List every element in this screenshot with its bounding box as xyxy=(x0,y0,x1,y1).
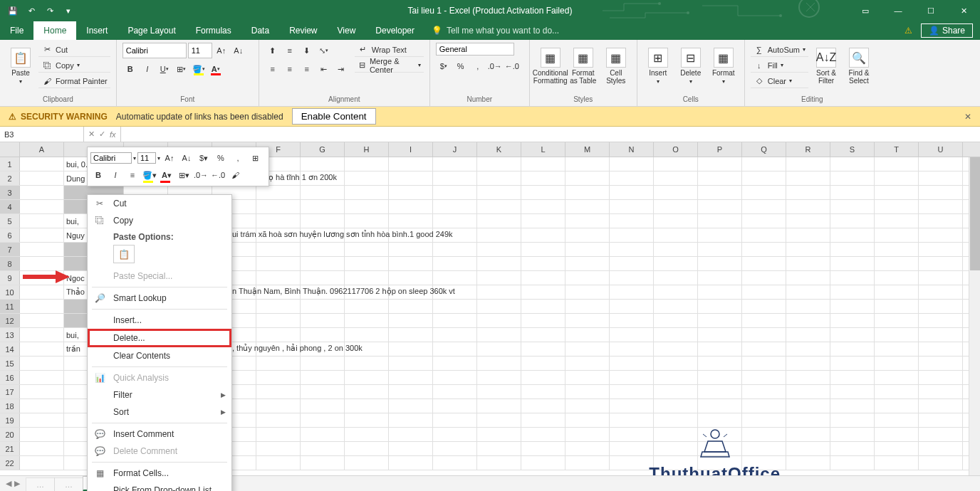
cell[interactable] xyxy=(565,342,610,356)
cell[interactable] xyxy=(786,428,830,441)
column-header[interactable]: T xyxy=(875,142,919,157)
orientation-icon[interactable]: ⤡▾ xyxy=(316,43,332,58)
cell[interactable] xyxy=(433,214,477,228)
cell[interactable] xyxy=(654,300,698,313)
cell[interactable] xyxy=(786,456,830,470)
align-center-icon[interactable]: ≡ xyxy=(282,61,298,77)
cell[interactable] xyxy=(742,328,786,342)
mini-fill-color-icon[interactable]: 🪣▾ xyxy=(142,167,157,183)
cell[interactable] xyxy=(742,314,786,327)
cell[interactable] xyxy=(698,300,742,313)
column-header[interactable]: G xyxy=(301,142,345,157)
cell[interactable] xyxy=(345,200,389,213)
cell[interactable] xyxy=(919,442,963,455)
cell[interactable] xyxy=(521,399,565,413)
cell[interactable] xyxy=(256,200,301,213)
cell[interactable] xyxy=(786,314,830,327)
delete-cells-button[interactable]: ⊟Delete▾ xyxy=(676,43,706,90)
row-header[interactable]: 16 xyxy=(0,371,20,384)
maximize-icon[interactable]: ☐ xyxy=(914,0,947,21)
cell[interactable] xyxy=(742,342,786,356)
cell[interactable] xyxy=(919,228,963,242)
column-header[interactable]: Q xyxy=(742,142,786,157)
align-left-icon[interactable]: ≡ xyxy=(265,61,281,77)
format-as-table-button[interactable]: ▦Format as Table xyxy=(568,43,598,90)
row-header[interactable]: 4 xyxy=(0,200,20,213)
cell[interactable] xyxy=(477,328,521,342)
cell[interactable] xyxy=(389,371,433,384)
ctx-sort[interactable]: Sort▶ xyxy=(88,403,231,421)
cell[interactable] xyxy=(830,157,875,171)
underline-button[interactable]: U▾ xyxy=(157,61,172,77)
cell[interactable] xyxy=(919,171,963,185)
row-header[interactable]: 9 xyxy=(0,271,20,285)
decrease-indent-icon[interactable]: ⇤ xyxy=(316,61,332,77)
cell[interactable] xyxy=(477,456,521,470)
fx-icon[interactable]: fx xyxy=(110,130,116,139)
cell[interactable] xyxy=(565,200,610,213)
cell[interactable] xyxy=(610,186,654,199)
cell[interactable] xyxy=(565,371,610,384)
cell[interactable] xyxy=(565,442,610,455)
comma-icon[interactable]: , xyxy=(470,58,486,74)
cell[interactable] xyxy=(875,328,919,342)
cell[interactable] xyxy=(698,399,742,413)
cell[interactable] xyxy=(565,314,610,327)
column-header[interactable]: A xyxy=(20,142,64,157)
cell[interactable] xyxy=(433,257,477,270)
cell[interactable] xyxy=(698,257,742,270)
cell[interactable] xyxy=(875,399,919,413)
column-header[interactable]: P xyxy=(698,142,742,157)
cell[interactable] xyxy=(20,285,64,299)
cell[interactable] xyxy=(786,186,830,199)
cell[interactable] xyxy=(477,257,521,270)
cell[interactable] xyxy=(654,342,698,356)
cell[interactable] xyxy=(698,328,742,342)
column-header[interactable]: U xyxy=(919,142,963,157)
cell[interactable] xyxy=(919,314,963,327)
cell[interactable] xyxy=(875,371,919,384)
cell[interactable] xyxy=(698,200,742,213)
cell[interactable] xyxy=(698,228,742,242)
cell[interactable] xyxy=(565,171,610,185)
cell[interactable] xyxy=(20,300,64,313)
cell[interactable] xyxy=(301,328,345,342)
cell[interactable] xyxy=(433,442,477,455)
cell[interactable] xyxy=(433,413,477,427)
formula-input[interactable] xyxy=(121,127,980,142)
cell[interactable] xyxy=(565,428,610,441)
insert-cells-button[interactable]: ⊞Insert▾ xyxy=(643,43,673,90)
cell[interactable] xyxy=(830,371,875,384)
cell[interactable] xyxy=(565,456,610,470)
column-header[interactable]: I xyxy=(389,142,433,157)
cell[interactable] xyxy=(521,371,565,384)
italic-button[interactable]: I xyxy=(140,61,155,77)
cell[interactable] xyxy=(875,413,919,427)
cell[interactable] xyxy=(521,300,565,313)
mini-font-size[interactable] xyxy=(137,152,156,164)
cell[interactable] xyxy=(610,442,654,455)
sheet-tab[interactable]: … xyxy=(26,477,55,491)
cell[interactable] xyxy=(742,399,786,413)
cell[interactable] xyxy=(919,328,963,342)
cell[interactable] xyxy=(875,300,919,313)
cell[interactable] xyxy=(433,357,477,370)
cell[interactable] xyxy=(786,200,830,213)
ctx-pick-dropdown[interactable]: Pick From Drop-down List... xyxy=(88,482,231,491)
cell[interactable] xyxy=(20,442,64,455)
cell[interactable] xyxy=(654,357,698,370)
cell[interactable] xyxy=(521,314,565,327)
cell[interactable] xyxy=(830,186,875,199)
cell[interactable] xyxy=(565,300,610,313)
cell[interactable] xyxy=(301,371,345,384)
cell[interactable] xyxy=(389,157,433,171)
cell[interactable] xyxy=(521,456,565,470)
mini-border-dropdown-icon[interactable]: ⊞▾ xyxy=(176,167,192,183)
cell[interactable] xyxy=(521,200,565,213)
cell[interactable] xyxy=(875,214,919,228)
cell[interactable] xyxy=(389,214,433,228)
currency-icon[interactable]: $▾ xyxy=(436,58,452,74)
cell[interactable] xyxy=(742,271,786,285)
cell[interactable] xyxy=(433,300,477,313)
cell[interactable] xyxy=(654,371,698,384)
